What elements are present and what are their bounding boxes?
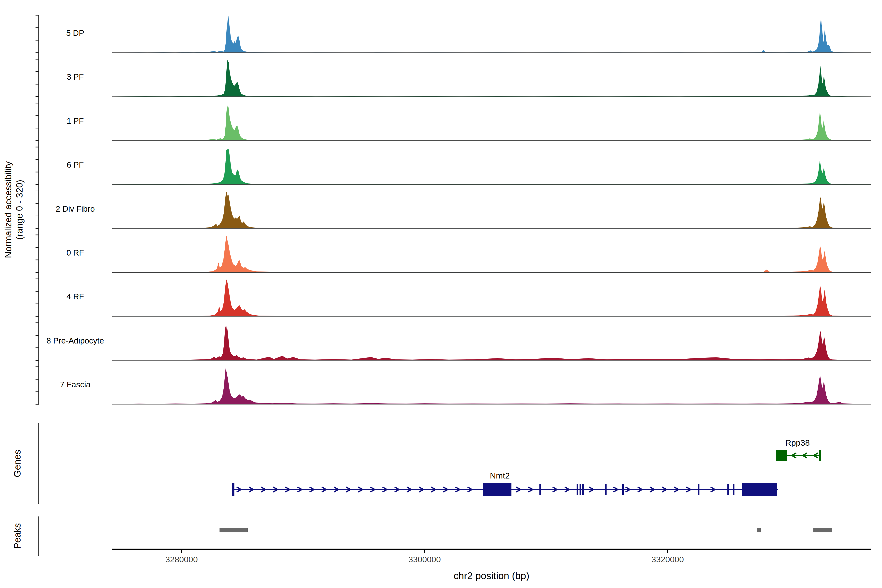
track-label-4-rf: 4 RF (66, 292, 84, 302)
y-axis-label: Normalized accessibility (range 0 - 320) (3, 162, 26, 258)
coverage-path-8-pre-adipocyte (112, 323, 871, 360)
coverage-path-7-fascia (112, 367, 871, 404)
coverage-path-0-rf (112, 236, 871, 273)
gene-exon (539, 484, 541, 495)
coverage-path-6-pf (112, 148, 871, 184)
gene-exon (776, 450, 787, 461)
y-axis-label-line1: Normalized accessibility (3, 162, 14, 258)
gene-exon (605, 484, 607, 495)
coverage-path-1-pf (112, 104, 871, 141)
track-label-3-pf: 3 PF (67, 72, 84, 82)
track-label-2-div-fibro: 2 Div Fibro (56, 204, 95, 214)
x-tick-label-3300000: 3300000 (408, 555, 441, 564)
coverage-path-4-rf (112, 279, 871, 316)
x-tick-label-3280000: 3280000 (165, 555, 198, 564)
gene-exon (728, 484, 729, 495)
track-label-1-pf: 1 PF (67, 116, 84, 126)
y-axis-label-line2: (range 0 - 320) (14, 162, 25, 258)
gene-label-nmt2: Nmt2 (490, 471, 510, 480)
track-label-5-dp: 5 DP (66, 28, 84, 38)
gene-exon (733, 484, 735, 495)
peaks-section-label: Peaks (12, 523, 24, 549)
gene-exon (582, 484, 584, 495)
gene-exon (698, 484, 699, 495)
peak-rect (813, 528, 832, 532)
gene-exon (580, 484, 581, 495)
peak-rect (219, 528, 248, 532)
track-label-0-rf: 0 RF (66, 248, 84, 258)
track-label-6-pf: 6 PF (67, 160, 84, 170)
gene-tss-bar (819, 450, 821, 461)
gene-exon (577, 484, 578, 495)
x-axis-title: chr2 position (bp) (453, 570, 529, 581)
tracks-canvas (0, 0, 882, 588)
gene-label-rpp38: Rpp38 (785, 438, 810, 448)
x-tick-label-3320000: 3320000 (651, 555, 684, 564)
coverage-path-5-dp (112, 16, 871, 52)
coverage-plot: Normalized accessibility (range 0 - 320)… (0, 0, 882, 588)
coverage-path-3-pf (112, 60, 871, 97)
coverage-path-2-div-fibro (112, 192, 871, 229)
gene-exon (232, 483, 234, 496)
track-label-7-fascia: 7 Fascia (60, 380, 91, 389)
gene-exon (742, 483, 777, 496)
genes-section-label: Genes (12, 450, 24, 477)
gene-exon (483, 483, 512, 496)
gene-exon (622, 484, 624, 495)
peak-rect (757, 528, 761, 532)
track-label-8-pre-adipocyte: 8 Pre-Adipocyte (46, 336, 104, 345)
